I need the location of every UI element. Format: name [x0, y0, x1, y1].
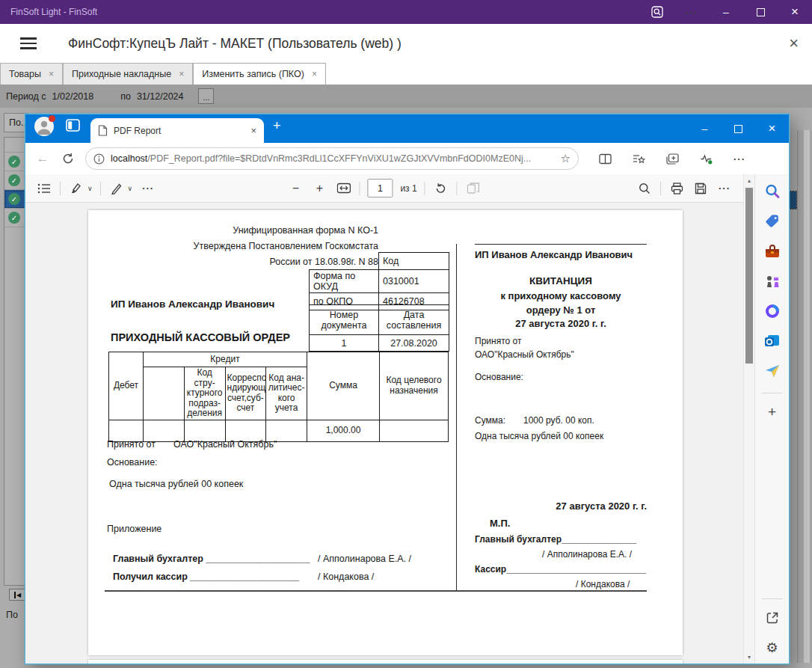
draw-pen-dropdown-icon[interactable]: ∨ — [128, 185, 133, 192]
scroll-up-icon[interactable]: ▴ — [744, 177, 754, 184]
browser-window: PDF Report × + – × ← localhost/PDF_Repor… — [25, 114, 790, 664]
pdf-viewport: Унифицированная форма N КО-1 Утверждена … — [25, 203, 743, 664]
print-icon[interactable] — [668, 180, 685, 197]
hamburger-menu-icon[interactable] — [20, 37, 37, 49]
basis-label: Основание: — [107, 457, 158, 468]
accepted-from-label: Принято от — [107, 439, 156, 450]
sidebar-games-icon[interactable] — [763, 272, 782, 291]
receipt-subtitle3: 27 августа 2020 г. г. — [475, 318, 647, 329]
app-close-button[interactable]: × — [789, 35, 799, 52]
period-more-button[interactable]: ... — [198, 88, 214, 104]
struct-code-header: Код стру- ктурного подраз- деления — [184, 367, 225, 420]
period-to-value[interactable]: 31/12/2024 — [137, 91, 184, 102]
sidebar-drop-icon[interactable] — [763, 361, 782, 381]
receipt-date: 27 августа 2020 г. г. — [475, 500, 647, 512]
receipt-chief-accountant-name: / Апполинарова Е.А. / — [542, 549, 632, 560]
form-bottom-line — [105, 590, 647, 592]
info-icon[interactable] — [93, 153, 105, 165]
tab-close-icon[interactable]: × — [49, 69, 54, 79]
receipt-org-name: ИП Иванов Александр Иванович — [475, 249, 633, 260]
tab-close-icon[interactable]: × — [312, 69, 317, 79]
browser-tab-close-icon[interactable]: × — [250, 125, 256, 136]
attachment-label: Приложение — [107, 524, 162, 534]
save-icon[interactable] — [692, 180, 709, 197]
sidebar-shopping-icon[interactable] — [763, 212, 782, 231]
search-window-icon[interactable] — [640, 0, 674, 24]
open-in-window-icon[interactable] — [763, 608, 782, 628]
pdf-more-icon[interactable]: ··· — [716, 180, 733, 197]
browser-essentials-icon[interactable] — [696, 149, 716, 168]
app-right-panel — [797, 130, 812, 663]
purpose-header: Код целевого назначения — [380, 352, 449, 420]
fit-to-width-icon[interactable] — [335, 180, 351, 197]
browser-tab-pdf-report[interactable]: PDF Report × — [90, 118, 264, 143]
zoom-out-button[interactable]: − — [287, 180, 304, 197]
browser-minimize-button[interactable]: – — [688, 114, 722, 143]
tab-close-icon[interactable]: × — [179, 69, 184, 79]
analytic-code-header: Код ана- литичес- кого учета — [266, 367, 307, 420]
pdf-more-tools-icon[interactable]: ··· — [140, 180, 156, 197]
search-icon[interactable] — [636, 180, 653, 197]
address-bar[interactable]: localhost/PDF_Report.pdf?file=$RDtdVnRmc… — [85, 147, 579, 170]
period-from-value[interactable]: 1/02/2018 — [52, 91, 94, 102]
browser-maximize-button[interactable] — [722, 114, 755, 143]
tab-prihodnye-nakladnye[interactable]: Приходные накладные × — [63, 63, 193, 85]
workspaces-icon[interactable] — [66, 119, 80, 135]
pdf-scrollbar[interactable]: ▴ ▾ — [743, 174, 754, 664]
receipt-title: КВИТАНЦИЯ — [475, 275, 647, 286]
url-host: localhost — [111, 153, 147, 164]
accepted-from-value: ОАО"Красный Октябрь" — [173, 439, 277, 450]
highlighter-icon[interactable] — [68, 180, 84, 197]
check-icon: ✓ — [8, 174, 20, 186]
scrollbar-thumb[interactable] — [745, 188, 753, 364]
receipt-cashier-label: Кассир____________________________ — [475, 564, 646, 574]
highlighter-dropdown-icon[interactable]: ∨ — [87, 185, 93, 192]
browser-more-icon[interactable]: ··· — [730, 149, 749, 168]
grid-first-record-button[interactable]: ◀ — [9, 589, 26, 601]
maximize-icon — [734, 125, 742, 133]
sidebar-m365-icon[interactable] — [763, 301, 782, 321]
profile-avatar[interactable] — [34, 117, 54, 136]
tab-label: Изменить запись (ПКО) — [202, 69, 304, 79]
sidebar-divider — [762, 393, 783, 393]
pdf-page: Унифицированная форма N КО-1 Утверждена … — [88, 210, 683, 655]
browser-tab-title: PDF Report — [114, 126, 244, 136]
receipt-accepted-label: Принято от — [475, 336, 521, 346]
scroll-down-icon[interactable]: ▾ — [744, 654, 754, 661]
period-to-label: по — [120, 91, 131, 102]
os-more-button[interactable]: ··· — [674, 0, 709, 24]
tab-tovary[interactable]: Товары × — [0, 63, 63, 85]
page-view-icon[interactable] — [465, 180, 482, 197]
receipt-subtitle1: к приходному кассовому — [475, 290, 647, 301]
page-number-input[interactable]: 1 — [367, 179, 393, 197]
table-of-contents-icon[interactable] — [36, 180, 52, 197]
tab-izmenit-zapis-pko[interactable]: Изменить запись (ПКО) × — [193, 63, 326, 85]
back-button[interactable]: ← — [33, 149, 52, 168]
os-minimize-button[interactable]: – — [709, 0, 743, 24]
draw-pen-icon[interactable] — [108, 180, 125, 197]
app-header: ФинСофт:КупецЪ Лайт - МАКЕТ (Пользовател… — [0, 24, 812, 63]
sidebar-search-icon[interactable] — [763, 182, 782, 201]
os-close-button[interactable]: × — [778, 0, 812, 24]
refresh-button[interactable] — [58, 149, 78, 168]
rotate-icon[interactable] — [433, 180, 449, 197]
receipt-basis-label: Основание: — [475, 372, 523, 382]
url-path: /PDF_Report.pdf?file=$RDtdVnRmc3RdLl1CcX… — [147, 153, 531, 164]
collections-icon[interactable] — [662, 149, 682, 168]
grid-footer-label: По — [6, 610, 18, 620]
os-window-title: FinSoft Light - FinSoft — [10, 7, 640, 17]
amount-in-words: Одна тысяча рублей 00 копеек — [109, 479, 243, 489]
os-maximize-button[interactable] — [743, 0, 778, 24]
favorites-icon[interactable] — [629, 149, 648, 168]
sidebar-settings-icon[interactable]: ⚙ — [763, 638, 782, 658]
form-divider — [456, 244, 457, 590]
zoom-in-button[interactable]: + — [311, 180, 327, 197]
sidebar-add-icon[interactable]: + — [763, 402, 782, 422]
split-screen-icon[interactable] — [595, 149, 615, 168]
sidebar-toolbox-icon[interactable] — [763, 242, 782, 261]
sidebar-outlook-icon[interactable] — [763, 331, 782, 351]
page-count-label: из 1 — [400, 183, 416, 194]
new-tab-button[interactable]: + — [273, 118, 281, 134]
browser-close-button[interactable]: × — [755, 114, 789, 143]
favorite-star-icon[interactable]: ☆ — [561, 152, 570, 165]
